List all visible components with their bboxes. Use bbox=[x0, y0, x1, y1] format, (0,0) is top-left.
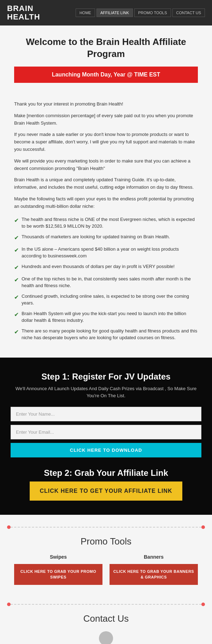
contact-divider bbox=[0, 599, 212, 610]
list-item: ✔There are so many people looking for go… bbox=[14, 327, 198, 341]
divider-line bbox=[11, 527, 201, 528]
email-input[interactable] bbox=[11, 425, 201, 439]
divider-dot-left-2 bbox=[7, 603, 11, 606]
promo-title: Promo Tools bbox=[14, 536, 198, 547]
divider-line-2 bbox=[11, 604, 201, 605]
list-item: ✔Brain Health System will give you the k… bbox=[14, 310, 198, 324]
list-item: ✔One of the top niches to be in, that co… bbox=[14, 275, 198, 289]
divider-dot-right-2 bbox=[201, 603, 205, 606]
launch-bar: Launching Month Day, Year @ TIME EST bbox=[14, 67, 198, 83]
name-input[interactable] bbox=[11, 407, 201, 421]
check-icon: ✔ bbox=[14, 216, 19, 225]
promo-tools-section: Promo Tools Swipes CLICK HERE TO GRAB YO… bbox=[0, 532, 212, 599]
divider-dot-left bbox=[7, 525, 11, 529]
checklist: ✔The health and fitness niche is ONE of … bbox=[14, 216, 198, 341]
paragraph-1: Thank you for your interest in promoting… bbox=[14, 101, 198, 108]
content-section: Thank you for your interest in promoting… bbox=[0, 93, 212, 358]
header: BRAIN HEALTH HOME AFFILIATE LINK PROMO T… bbox=[0, 0, 212, 25]
promo-swipes-col: Swipes CLICK HERE TO GRAB YOUR PROMO SWI… bbox=[14, 554, 102, 585]
logo: BRAIN HEALTH bbox=[7, 4, 40, 21]
divider-row-2 bbox=[0, 603, 212, 606]
list-item: ✔Hundreds and even thousands of dollars … bbox=[14, 263, 198, 272]
list-item: ✔The health and fitness niche is ONE of … bbox=[14, 216, 198, 230]
check-icon: ✔ bbox=[14, 246, 19, 255]
download-button[interactable]: CLICK HERE TO DOWNLOAD bbox=[11, 443, 201, 457]
list-item: ✔Continued growth, including online sale… bbox=[14, 293, 198, 307]
check-icon: ✔ bbox=[14, 328, 19, 336]
check-icon: ✔ bbox=[14, 276, 19, 284]
paragraph-3: If you never made a sale earlier or you … bbox=[14, 131, 198, 153]
list-item: ✔In the US alone – Americans spend $40 b… bbox=[14, 246, 198, 260]
step1-title: Step 1: Register For JV Updates bbox=[11, 372, 201, 382]
contact-title: Contact Us bbox=[14, 613, 198, 624]
nav-contact-us[interactable]: CONTACT US bbox=[172, 8, 205, 17]
paragraph-2: Make [mention commission percentage] of … bbox=[14, 112, 198, 127]
list-item: ✔Thousands of marketers are looking for … bbox=[14, 233, 198, 242]
promo-banners-col: Banners CLICK HERE TO GRAB YOUR BANNERS … bbox=[110, 554, 198, 585]
banners-label: Banners bbox=[110, 554, 198, 560]
dark-section: Step 1: Register For JV Updates We'll An… bbox=[0, 358, 212, 515]
paragraph-5: Brain Health is a unique and completely … bbox=[14, 176, 198, 191]
contact-section: Contact Us f FACEBOOK S SKYPE ✉ EMAIL bbox=[0, 610, 212, 644]
check-icon: ✔ bbox=[14, 263, 19, 272]
divider-dot-right bbox=[201, 525, 205, 529]
step2-title: Step 2: Grab Your Affiliate Link bbox=[11, 468, 201, 478]
promo-columns: Swipes CLICK HERE TO GRAB YOUR PROMO SWI… bbox=[14, 554, 198, 585]
affiliate-link-button[interactable]: CLICK HERE TO GET YOUR AFFILIATE LINK bbox=[30, 481, 182, 501]
check-icon: ✔ bbox=[14, 310, 19, 319]
promo-divider bbox=[0, 515, 212, 532]
banners-button[interactable]: CLICK HERE TO GRAB YOUR BANNERS & GRAPHI… bbox=[110, 564, 198, 585]
page-title: Welcome to the Brain Health Affiliate Pr… bbox=[14, 36, 198, 60]
check-icon: ✔ bbox=[14, 234, 19, 242]
avatar bbox=[92, 631, 120, 644]
nav: HOME AFFILIATE LINK PROMO TOOLS CONTACT … bbox=[76, 8, 205, 17]
divider-row bbox=[0, 525, 212, 529]
nav-promo-tools[interactable]: PROMO TOOLS bbox=[134, 8, 171, 17]
nav-affiliate-link[interactable]: AFFILIATE LINK bbox=[96, 8, 133, 17]
paragraph-6: Maybe the following facts will open your… bbox=[14, 195, 198, 210]
nav-home[interactable]: HOME bbox=[76, 8, 95, 17]
step1-subtitle: We'll Announce All Launch Updates And Da… bbox=[11, 385, 201, 400]
swipes-button[interactable]: CLICK HERE TO GRAB YOUR PROMO SWIPES bbox=[14, 564, 102, 585]
check-icon: ✔ bbox=[14, 293, 19, 302]
paragraph-4: We will provide you every marketing tool… bbox=[14, 158, 198, 172]
hero-section: Welcome to the Brain Health Affiliate Pr… bbox=[0, 25, 212, 93]
avatar-head bbox=[99, 631, 113, 644]
swipes-label: Swipes bbox=[14, 554, 102, 560]
